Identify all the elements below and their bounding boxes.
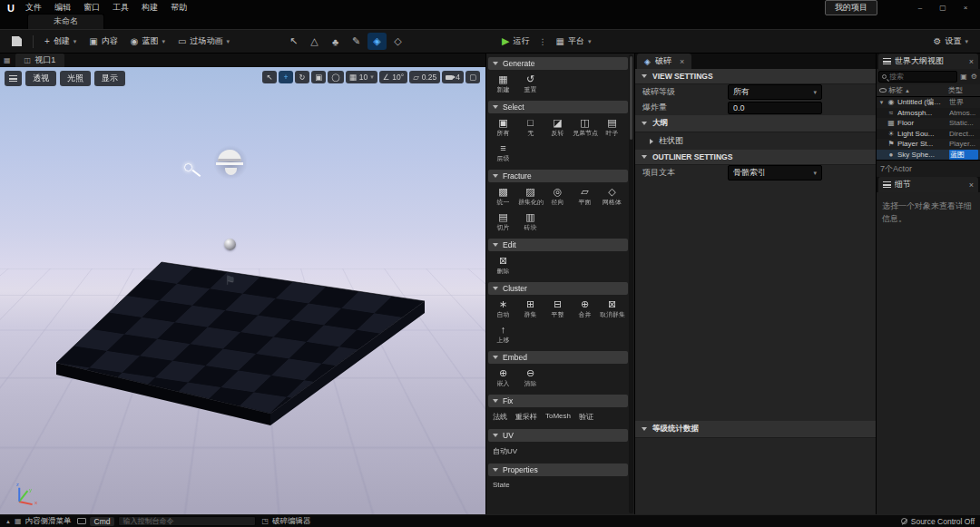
tool-delete[interactable]: ⊠删除 [490,253,516,278]
outliner-row[interactable]: ●Sky Sphe...蓝图 [877,150,980,161]
tool-planar[interactable]: ▱平面 [572,184,598,209]
minimize-button[interactable]: – [909,4,931,12]
tab-world-outliner[interactable]: 世界大纲视图 × [878,54,978,69]
close-icon[interactable]: × [680,57,684,66]
tool-select-siblings[interactable]: ◫兄弟节点 [572,115,598,140]
lit-button[interactable]: 光照 [60,71,91,86]
tool-select-leaves[interactable]: ▤叶子 [599,115,625,140]
maximize-viewport-button[interactable]: ▢ [466,71,480,83]
item-text-dropdown[interactable]: 骨骼索引▾ [728,165,822,181]
outliner-row[interactable]: ▦FloorStatic... [877,118,980,129]
scrollbar[interactable] [629,54,633,513]
fracture-mode-icon[interactable]: ◈ [368,33,387,50]
tool-cluster[interactable]: ⊞群集 [517,297,544,321]
select-tool-button[interactable]: ↖ [262,71,277,83]
section-header-generate[interactable]: Generate [488,57,628,70]
modeling-mode-icon[interactable]: ◇ [388,33,407,50]
section-header-select[interactable]: Select [488,101,628,113]
tool-tomesh[interactable]: ToMesh [543,409,575,423]
type-column-header[interactable]: 类型 [948,85,977,95]
cinematics-button[interactable]: ▭过场动画▾ [172,33,235,50]
sphere-actor[interactable] [224,239,236,250]
section-header-uv[interactable]: UV [488,429,628,442]
menu-item[interactable]: 帮助 [164,0,193,15]
content-button[interactable]: ▣内容 [83,33,122,50]
viewport-layout-icon[interactable]: ▦ [4,56,11,64]
sky-light-gizmo[interactable] [214,145,247,180]
section-header-embed[interactable]: Embed [488,351,628,364]
scale-tool-button[interactable]: ▣ [311,71,326,83]
tool-radial[interactable]: ◎径向 [544,184,571,209]
tool-resample[interactable]: 重采样 [513,409,542,425]
section-header-properties[interactable]: Properties [488,464,628,476]
tab-details[interactable]: 细节 × [878,177,978,192]
settings-button[interactable]: ⚙设置▾ [928,33,974,50]
outliner-settings-header[interactable]: OUTLINER SETTINGS [635,150,876,165]
new-folder-icon[interactable]: ▣ [959,73,968,81]
outliner-row[interactable]: ⚑Player St...Player... [877,139,980,150]
tool-auto-uv[interactable]: 自动UV [490,444,522,459]
tool-normals[interactable]: 法线 [490,409,512,425]
landscape-mode-icon[interactable]: △ [305,33,324,50]
section-header-edit[interactable]: Edit [488,239,628,251]
tool-state[interactable]: State [490,478,514,492]
histogram-row[interactable]: 柱状图 [635,132,876,150]
section-header-fix[interactable]: Fix [488,395,628,407]
menu-item[interactable]: 工具 [106,0,135,15]
menu-item[interactable]: 构建 [135,0,164,15]
tab-fracture[interactable]: ◈ 破碎 × [637,54,691,69]
label-column-header[interactable]: 标签▲ [888,85,946,95]
section-header-cluster[interactable]: Cluster [488,282,628,295]
create-button[interactable]: +创建▾ [39,33,82,50]
content-drawer-button[interactable]: ▲ ▦ 内容侧滑菜单 [5,516,72,527]
viewport-tab[interactable]: ◫视口1 [15,54,65,67]
tool-flush[interactable]: ⊖清除 [517,366,544,390]
scrollbar-thumb[interactable] [630,56,632,140]
tool-select-all[interactable]: ▣所有 [490,115,516,140]
close-icon[interactable]: × [969,57,974,66]
scale-snap-toggle[interactable]: ▱0.25 [409,71,440,83]
tool-select-none[interactable]: □无 [517,115,544,140]
level-stats-header[interactable]: 等级统计数据 [635,421,876,438]
tool-uniform[interactable]: ▩统一 [490,184,516,209]
tool-uncluster[interactable]: ⊠取消群集 [599,297,625,321]
save-button[interactable] [6,34,27,49]
console-command-input[interactable] [118,516,256,526]
fracture-level-dropdown[interactable]: 所有▾ [728,84,822,100]
tool-validate[interactable]: 验证 [576,409,598,425]
level-tab[interactable]: 未命名 [27,14,104,29]
rotation-snap-toggle[interactable]: ∠10° [379,71,407,83]
tool-slice[interactable]: ▤切片 [490,210,516,234]
camera-speed-button[interactable]: 4 [442,71,464,83]
viewport-menu-button[interactable] [5,71,22,86]
select-mode-icon[interactable]: ↖ [284,33,303,50]
search-box[interactable] [878,71,957,83]
tool-merge[interactable]: ⊕合并 [572,297,598,321]
tool-move-up[interactable]: ↑上移 [490,322,516,346]
rotate-tool-button[interactable]: ↻ [295,71,309,83]
show-button[interactable]: 显示 [94,71,125,86]
outliner-settings-icon[interactable]: ⚙ [970,73,978,81]
source-control-button[interactable]: Source Control Off [901,517,975,526]
explode-amount-input[interactable]: 0.0 [728,102,822,114]
tool-embed[interactable]: ⊕嵌入 [490,366,516,390]
search-input[interactable] [889,73,954,81]
outliner-row[interactable]: ≈Atmosph...Atmos... [877,108,980,119]
section-header-fracture[interactable]: Fracture [488,170,628,182]
foliage-mode-icon[interactable]: ♣ [326,33,345,50]
maximize-button[interactable]: ▢ [932,4,954,12]
tool-select-invert[interactable]: ◪反转 [544,115,571,140]
play-options-kebab[interactable]: ⋮ [537,37,549,46]
directional-light-gizmo[interactable] [184,163,192,171]
close-button[interactable]: × [955,4,976,12]
close-icon[interactable]: × [969,181,974,190]
grid-snap-toggle[interactable]: ▦10▾ [346,71,377,83]
cmd-badge[interactable]: Cmd [90,517,115,526]
mesh-paint-mode-icon[interactable]: ✎ [347,33,366,50]
blueprint-button[interactable]: ◉蓝图▾ [125,33,171,50]
tool-new[interactable]: ▦新建 [490,72,516,96]
fracture-editor-status[interactable]: ◳ 破碎编辑器 [261,516,310,527]
outliner-row[interactable]: ☀Light Sou...Direct... [877,129,980,140]
tool-auto-cluster[interactable]: ∗自动 [490,297,516,321]
view-settings-header[interactable]: VIEW SETTINGS [635,69,876,84]
